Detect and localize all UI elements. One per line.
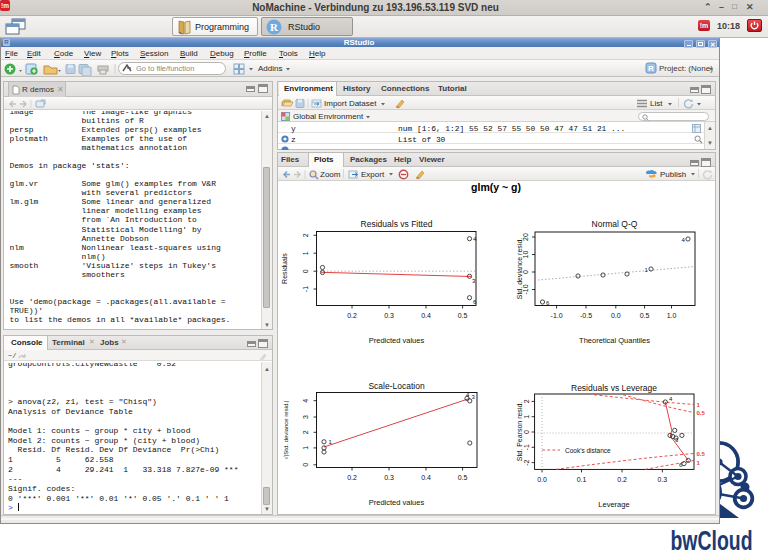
svg-text:4: 4	[302, 399, 309, 403]
svg-text:√|Std. deviance resid.|: √|Std. deviance resid.|	[283, 400, 289, 460]
svg-text:Leverage: Leverage	[598, 500, 629, 509]
svg-text:0: 0	[522, 270, 529, 274]
svg-text:-1.0: -1.0	[551, 312, 563, 319]
svg-text:0.2: 0.2	[347, 474, 357, 481]
svg-text:Theoretical Quantiles: Theoretical Quantiles	[579, 336, 650, 345]
svg-text:-10: -10	[522, 284, 529, 294]
svg-text:4: 4	[669, 396, 673, 402]
svg-text:R: R	[648, 64, 654, 73]
svg-text:0.4: 0.4	[421, 312, 431, 319]
svg-text:0.0: 0.0	[537, 476, 547, 483]
svg-text:0.5: 0.5	[697, 410, 706, 416]
svg-text:Cook's distance: Cook's distance	[565, 447, 611, 454]
svg-text:0.3: 0.3	[658, 476, 668, 483]
svg-text:1: 1	[302, 446, 309, 450]
svg-text:0.2: 0.2	[617, 476, 627, 483]
svg-text:-2: -2	[523, 459, 530, 465]
svg-text:0: 0	[302, 269, 309, 273]
svg-text:0.3: 0.3	[384, 474, 394, 481]
svg-text:Scale-Location: Scale-Location	[368, 381, 425, 391]
svg-text:0.5: 0.5	[458, 474, 468, 481]
svg-text:Normal Q-Q: Normal Q-Q	[592, 219, 638, 229]
svg-text:0.5: 0.5	[458, 312, 468, 319]
svg-text:2: 2	[302, 430, 309, 434]
svg-text:10: 10	[522, 251, 529, 259]
svg-text:0.0: 0.0	[611, 312, 621, 319]
svg-text:3: 3	[302, 415, 309, 419]
svg-text:Residuals vs Fitted: Residuals vs Fitted	[361, 219, 433, 229]
svg-text:glm(y ~ g): glm(y ~ g)	[471, 181, 521, 193]
svg-text:0.1: 0.1	[577, 476, 587, 483]
svg-text:1: 1	[523, 415, 530, 419]
svg-text:0.5: 0.5	[697, 451, 706, 457]
svg-text:0.5: 0.5	[640, 312, 650, 319]
svg-text:3: 3	[472, 394, 476, 400]
svg-text:4: 4	[682, 237, 686, 243]
svg-text:bwCloud: bwCloud	[671, 525, 753, 556]
svg-text:Residuals vs Leverage: Residuals vs Leverage	[571, 383, 657, 393]
svg-text:2: 2	[302, 233, 309, 237]
svg-text:1.0: 1.0	[667, 312, 677, 319]
svg-text:0.3: 0.3	[384, 312, 394, 319]
svg-text:Predicted values: Predicted values	[369, 498, 425, 507]
svg-text:1: 1	[645, 267, 649, 273]
svg-text:Predicted values: Predicted values	[369, 336, 425, 345]
svg-text:3: 3	[472, 278, 476, 284]
svg-text:Residuals: Residuals	[281, 253, 288, 284]
svg-text:0.4: 0.4	[421, 474, 431, 481]
svg-text:0.2: 0.2	[347, 312, 357, 319]
svg-text:20: 20	[522, 233, 529, 241]
svg-text:R: R	[270, 21, 279, 33]
svg-text:2: 2	[523, 399, 530, 403]
svg-text:-0.5: -0.5	[580, 312, 592, 319]
svg-text:6: 6	[546, 300, 550, 306]
svg-text:1: 1	[697, 402, 701, 408]
svg-text:-1: -1	[302, 286, 309, 292]
svg-text:0: 0	[523, 430, 530, 434]
svg-text:1: 1	[302, 251, 309, 255]
svg-text:0: 0	[302, 463, 309, 467]
svg-text:-1: -1	[523, 444, 530, 450]
svg-text:1: 1	[697, 460, 701, 466]
svg-text:1: 1	[329, 439, 333, 445]
